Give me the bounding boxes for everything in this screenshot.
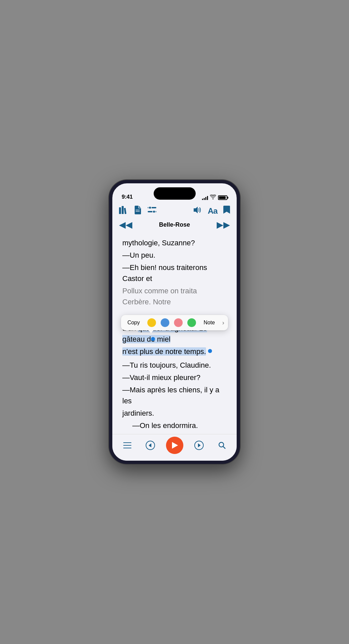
svg-point-8	[153, 210, 155, 213]
svg-rect-0	[119, 207, 121, 214]
document-icon[interactable]	[134, 206, 142, 216]
paragraph-9: —Mais après les chiens, il y a les	[122, 384, 227, 406]
bottom-bar: ↺	[112, 434, 237, 461]
paragraph-3: —Eh bien! nous traiterons Castor et	[122, 262, 227, 284]
wifi-icon	[210, 195, 216, 200]
list-button[interactable]	[120, 438, 135, 453]
library-icon[interactable]	[119, 206, 128, 216]
page-title: Belle-Rose	[159, 221, 190, 228]
forward-button[interactable]	[192, 438, 206, 453]
svg-marker-17	[198, 443, 201, 447]
status-time: 9:41	[122, 194, 133, 200]
bookmark-icon[interactable]	[223, 206, 230, 216]
paragraph-10: jardiniers.	[122, 408, 227, 419]
dynamic-island	[154, 187, 196, 200]
svg-point-6	[149, 206, 151, 209]
paragraph-2: —Un peu.	[122, 250, 227, 261]
note-button[interactable]: Note	[201, 319, 218, 326]
next-button[interactable]: ▶▶	[217, 220, 230, 230]
paragraph-11: —On les endormira.	[122, 420, 227, 431]
toolbar-right: Aa	[193, 206, 230, 216]
status-icons	[202, 195, 227, 200]
svg-point-18	[219, 442, 224, 447]
selected-text-cont: n'est plus de notre temps.	[122, 347, 206, 356]
selection-handle-right[interactable]	[208, 349, 212, 353]
paragraph-4: Pollux comme on traita Cerbère. Notre	[122, 285, 227, 307]
prev-button[interactable]: ◀◀	[119, 220, 132, 230]
nav-bar: ◀◀ Belle-Rose ▶▶	[112, 218, 237, 231]
reading-content[interactable]: mythologie, Suzanne? —Un peu. —Eh bien! …	[112, 233, 237, 434]
battery-icon	[218, 195, 227, 200]
paragraph-8: —Vaut-il mieux pleurer?	[122, 372, 227, 383]
toolbar-left	[119, 206, 156, 216]
rewind-button[interactable]: ↺	[143, 438, 158, 453]
yellow-highlight-button[interactable]	[147, 318, 156, 327]
signal-bars-icon	[202, 195, 208, 200]
more-options-button[interactable]: ›	[222, 319, 224, 326]
svg-rect-2	[124, 208, 126, 214]
svg-text:↺: ↺	[149, 444, 151, 447]
blue-highlight-button[interactable]	[161, 318, 169, 327]
play-triangle-icon	[172, 442, 178, 449]
pink-highlight-button[interactable]	[174, 318, 183, 327]
toolbar: Aa	[112, 203, 237, 219]
svg-marker-9	[194, 207, 198, 213]
selection-handle-left[interactable]	[151, 337, 155, 341]
search-button[interactable]	[215, 438, 229, 453]
play-button[interactable]	[166, 437, 183, 454]
paragraph-1: mythologie, Suzanne?	[122, 237, 227, 248]
paragraph-7: —Tu ris toujours, Claudine.	[122, 360, 227, 371]
audio-icon[interactable]	[193, 206, 202, 216]
context-menu: Copy Note ›	[121, 315, 228, 330]
font-icon[interactable]: Aa	[208, 206, 217, 216]
green-highlight-button[interactable]	[187, 318, 196, 327]
svg-line-19	[223, 446, 225, 449]
svg-rect-1	[122, 206, 124, 214]
phone-frame: 9:41	[109, 180, 240, 464]
settings-icon[interactable]	[148, 206, 156, 216]
copy-button[interactable]: Copy	[125, 319, 142, 326]
